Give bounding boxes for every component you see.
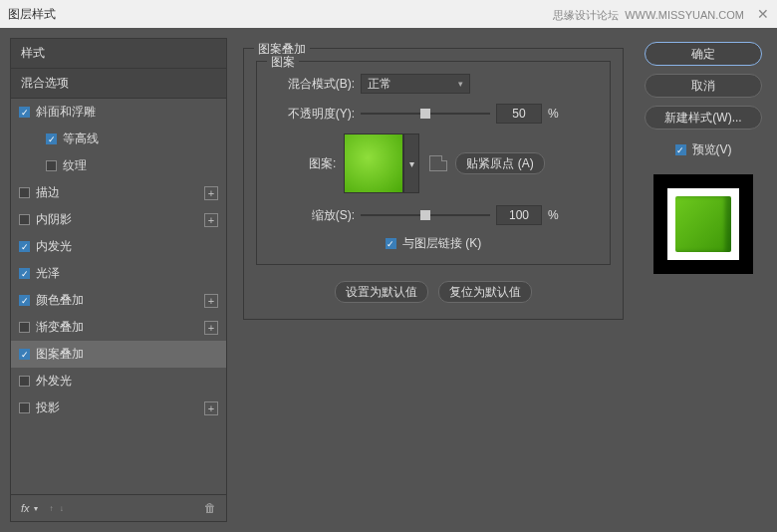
blend-mode-dropdown[interactable]: 正常 ▾: [361, 74, 470, 94]
style-checkbox[interactable]: ✓: [19, 107, 30, 118]
style-item-label: 内发光: [36, 238, 72, 255]
style-checkbox[interactable]: [19, 376, 30, 387]
preview-toggle[interactable]: ✓ 预览(V): [675, 141, 732, 158]
style-checkbox[interactable]: ✓: [19, 295, 30, 306]
style-item-label: 投影: [36, 399, 60, 416]
style-item[interactable]: 投影+: [11, 395, 226, 421]
window-title: 图层样式: [8, 6, 56, 23]
style-checkbox[interactable]: ✓: [19, 268, 30, 279]
close-icon[interactable]: ✕: [757, 6, 769, 22]
style-checkbox[interactable]: ✓: [19, 349, 30, 360]
default-buttons-row: 设置为默认值 复位为默认值: [256, 281, 611, 303]
pattern-picker[interactable]: ▾: [344, 133, 419, 193]
settings-panel: 图案叠加 图案 混合模式(B): 正常 ▾ 不透明度(Y): %: [235, 38, 632, 522]
percent-label: %: [548, 107, 559, 121]
main-content: 样式 混合选项 ✓斜面和浮雕✓等高线纹理描边+内阴影+✓内发光✓光泽✓颜色叠加+…: [0, 28, 777, 532]
pattern-group: 图案 混合模式(B): 正常 ▾ 不透明度(Y): %: [256, 61, 611, 265]
reorder-arrows[interactable]: ↑ ↓: [50, 504, 66, 513]
pattern-swatch: [344, 133, 403, 193]
style-item-label: 图案叠加: [36, 346, 84, 363]
style-item-label: 等高线: [63, 131, 99, 147]
opacity-row: 不透明度(Y): %: [269, 104, 598, 124]
style-item-label: 内阴影: [36, 211, 72, 228]
fx-menu-button[interactable]: fx▾ ↑ ↓: [21, 502, 66, 514]
preview-box: [653, 174, 753, 274]
scale-slider[interactable]: [361, 214, 490, 216]
style-item[interactable]: ✓斜面和浮雕: [11, 99, 226, 126]
watermark: 思缘设计论坛 WWW.MISSYUAN.COM ✕: [553, 6, 769, 23]
style-item[interactable]: 描边+: [11, 179, 226, 206]
styles-footer: fx▾ ↑ ↓ 🗑: [11, 494, 226, 521]
add-effect-button[interactable]: +: [204, 213, 218, 227]
scale-row: 缩放(S): %: [269, 205, 598, 225]
style-checkbox[interactable]: [46, 160, 57, 171]
style-item[interactable]: 纹理: [11, 152, 226, 179]
opacity-slider[interactable]: [361, 113, 490, 115]
add-effect-button[interactable]: +: [204, 401, 218, 415]
sub-title: 图案: [267, 54, 299, 71]
new-preset-icon[interactable]: [429, 155, 447, 171]
blend-mode-label: 混合模式(B):: [269, 76, 355, 93]
reset-default-button[interactable]: 复位为默认值: [438, 281, 532, 303]
chevron-down-icon: ▾: [458, 79, 463, 89]
style-item-label: 渐变叠加: [36, 319, 84, 336]
preview-label: 预览(V): [692, 141, 732, 158]
style-list: ✓斜面和浮雕✓等高线纹理描边+内阴影+✓内发光✓光泽✓颜色叠加+渐变叠加+✓图案…: [11, 99, 226, 494]
style-item-label: 斜面和浮雕: [36, 104, 96, 121]
style-item[interactable]: ✓等高线: [11, 126, 226, 152]
style-item-label: 颜色叠加: [36, 292, 84, 309]
opacity-input[interactable]: [496, 104, 542, 124]
style-item[interactable]: 内阴影+: [11, 206, 226, 233]
style-item-label: 光泽: [36, 265, 60, 282]
style-item[interactable]: ✓光泽: [11, 260, 226, 287]
opacity-label: 不透明度(Y):: [269, 106, 355, 123]
pattern-row: 图案: ▾ 贴紧原点 (A): [269, 133, 598, 193]
add-effect-button[interactable]: +: [204, 321, 218, 335]
style-checkbox[interactable]: [19, 322, 30, 333]
trash-icon[interactable]: 🗑: [204, 501, 216, 515]
style-item[interactable]: 外发光: [11, 368, 226, 395]
styles-header: 样式: [11, 39, 226, 69]
new-style-button[interactable]: 新建样式(W)...: [645, 106, 762, 130]
snap-origin-button[interactable]: 贴紧原点 (A): [455, 152, 544, 174]
style-item-label: 描边: [36, 184, 60, 201]
pattern-overlay-section: 图案叠加 图案 混合模式(B): 正常 ▾ 不透明度(Y): %: [243, 48, 624, 320]
link-label: 与图层链接 (K): [402, 235, 481, 252]
style-item-label: 外发光: [36, 373, 72, 390]
style-item[interactable]: ✓内发光: [11, 233, 226, 260]
preview-inner: [667, 188, 739, 260]
link-with-layer-row: ✓ 与图层链接 (K): [269, 235, 598, 252]
style-item[interactable]: ✓颜色叠加+: [11, 287, 226, 314]
blend-options-item[interactable]: 混合选项: [11, 69, 226, 99]
style-item[interactable]: 渐变叠加+: [11, 314, 226, 341]
link-checkbox[interactable]: ✓: [386, 238, 396, 249]
add-effect-button[interactable]: +: [204, 294, 218, 308]
scale-label: 缩放(S):: [269, 207, 355, 224]
style-checkbox[interactable]: ✓: [46, 133, 57, 144]
style-item[interactable]: ✓图案叠加: [11, 341, 226, 368]
action-panel: 确定 取消 新建样式(W)... ✓ 预览(V): [640, 38, 767, 522]
preview-swatch: [675, 196, 731, 252]
titlebar: 图层样式 思缘设计论坛 WWW.MISSYUAN.COM ✕: [0, 0, 777, 28]
cancel-button[interactable]: 取消: [645, 74, 762, 98]
style-checkbox[interactable]: [19, 187, 30, 198]
percent-label: %: [548, 208, 559, 222]
make-default-button[interactable]: 设置为默认值: [335, 281, 428, 303]
style-checkbox[interactable]: [19, 214, 30, 225]
style-checkbox[interactable]: ✓: [19, 241, 30, 252]
blend-mode-row: 混合模式(B): 正常 ▾: [269, 74, 598, 94]
pattern-label: 图案:: [309, 155, 336, 172]
preview-checkbox[interactable]: ✓: [675, 144, 686, 155]
add-effect-button[interactable]: +: [204, 186, 218, 200]
scale-input[interactable]: [496, 205, 542, 225]
style-checkbox[interactable]: [19, 402, 30, 413]
styles-panel: 样式 混合选项 ✓斜面和浮雕✓等高线纹理描边+内阴影+✓内发光✓光泽✓颜色叠加+…: [10, 38, 227, 522]
style-item-label: 纹理: [63, 157, 87, 174]
ok-button[interactable]: 确定: [645, 42, 762, 66]
chevron-down-icon: ▾: [403, 133, 419, 193]
